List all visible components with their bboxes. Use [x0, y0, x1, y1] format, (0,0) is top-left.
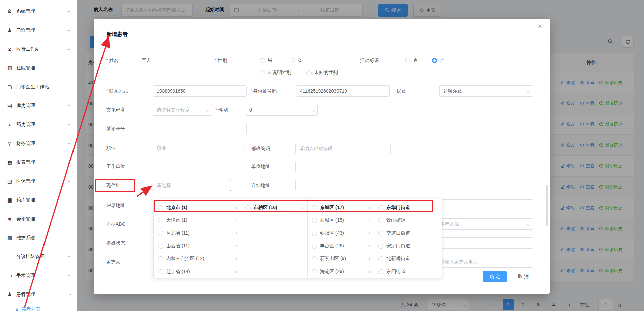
current-address-label: 现住址	[106, 180, 120, 191]
chevron-icon: ›	[67, 181, 72, 182]
radio-female[interactable]: 女	[290, 55, 302, 66]
chevron-right-icon: ›	[236, 243, 237, 249]
cancel-button[interactable]: 取 消	[511, 271, 535, 282]
sidebar-item[interactable]: ♟ 门诊管理 ›	[0, 21, 77, 40]
cascader-street-option[interactable]: 交道口街道	[374, 227, 441, 240]
unit-address-input[interactable]	[295, 161, 533, 172]
cascader-district-option[interactable]: 丰台区 (26) ›	[308, 240, 374, 252]
ethnicity-label: 民族	[397, 85, 406, 97]
radio-icon	[312, 256, 317, 261]
work-unit-input[interactable]	[153, 161, 248, 172]
education-select[interactable]: 请选择文化程度	[153, 104, 212, 116]
chevron-icon: ›	[67, 294, 72, 296]
contact-label: *联系方式	[106, 85, 128, 97]
cascader-street-option[interactable]: 东四街道	[374, 265, 441, 278]
radio-icon	[378, 231, 383, 236]
radio-active-no[interactable]: 否	[405, 55, 418, 66]
card-no-input[interactable]	[153, 123, 247, 134]
guardian-phone-input[interactable]	[436, 256, 533, 268]
marital-extra-input[interactable]	[436, 237, 533, 249]
sidebar-item-label: 会诊管理	[16, 216, 69, 222]
finance-icon: ¥	[6, 141, 13, 147]
close-icon[interactable]: ×	[538, 23, 542, 30]
cascader-district-option[interactable]: 东城区 (17) ›	[308, 201, 374, 214]
form-row: 就诊卡号	[106, 123, 533, 134]
cascader-district-option[interactable]: 西城区 (15) ›	[308, 214, 374, 227]
postcode-input[interactable]	[295, 143, 391, 154]
id-number-input[interactable]	[296, 85, 390, 97]
cascader-province-option[interactable]: 天津市 (1) ›	[154, 214, 241, 227]
gender-code-label: *性别	[215, 104, 228, 116]
cascader-street-option[interactable]: 景山街道	[374, 214, 441, 227]
form-row: 职业 职业 邮政编码	[106, 143, 533, 154]
radio-icon	[378, 205, 383, 210]
modal-scrollbar[interactable]	[546, 185, 548, 226]
name-input[interactable]	[138, 55, 210, 66]
sidebar-item[interactable]: ¥ 财务管理 ›	[0, 134, 77, 153]
cascader-district-option[interactable]: 石景山区 (9) ›	[308, 252, 374, 265]
cascader-street-option[interactable]: 东华门街道	[374, 201, 441, 214]
add-patient-dialog: 新增患者 × *姓名 *性别 男 女 活动标识 否 是 未说明性别 未知的性别 …	[94, 19, 550, 294]
radio-active-yes[interactable]: 是	[432, 55, 444, 66]
cascader-province-option[interactable]: 辽宁省 (14) ›	[154, 265, 241, 278]
card-no-label: 就诊卡号	[106, 123, 125, 134]
radio-icon	[378, 218, 383, 223]
patient-icon: ♟	[6, 291, 13, 298]
cascader-province-option[interactable]: 河北省 (11) ›	[154, 227, 241, 240]
sidebar-item[interactable]: + 药房管理 ›	[0, 115, 77, 134]
sidebar-item[interactable]: ♟ 患者管理 ›	[0, 285, 77, 304]
insurance-mail-icon: ▧	[6, 178, 13, 184]
cascader-district-option[interactable]: 朝阳区 (43) ›	[308, 227, 374, 240]
maintenance-icon: ▩	[6, 235, 13, 241]
sidebar-item[interactable]: ▭ 手术管理 ›	[0, 266, 77, 285]
sidebar-item[interactable]: ¥ 收费工作站 ›	[0, 40, 77, 59]
dialog-title: 新增患者	[106, 31, 128, 38]
contact-input[interactable]	[153, 85, 247, 97]
chevron-icon: ›	[67, 86, 72, 88]
registered-address-extra-input[interactable]	[436, 199, 533, 211]
sidebar-item[interactable]: ▧ 医保管理 ›	[0, 172, 77, 191]
chevron-icon: ›	[67, 256, 72, 258]
chevron-icon: ›	[67, 237, 72, 239]
sidebar-item[interactable]: ≡ 分诊排队管理 ›	[0, 247, 77, 266]
cascader-district-option[interactable]: 海淀区 (29) ›	[308, 265, 374, 278]
detail-address-input[interactable]	[295, 180, 533, 191]
radio-gender-unknown[interactable]: 未知的性别	[306, 67, 338, 79]
sidebar-item-label: 库房管理	[16, 103, 69, 109]
region-cascader-panel: 北京市 (1) › 天津市 (1) › 河北省 (11) › 山西省 (11) …	[153, 199, 442, 278]
sidebar-item[interactable]: ▢ 门诊医生工作站 ›	[0, 77, 77, 96]
patient-source-select[interactable]: 患者来源	[436, 218, 533, 230]
radio-male[interactable]: 男	[260, 55, 272, 66]
cascader-street-option[interactable]: 北新桥街道	[374, 252, 441, 265]
form-row: 未说明性别 未知的性别	[106, 67, 533, 79]
chevron-right-icon: ›	[236, 269, 237, 274]
sidebar-item[interactable]: ▦ 报表管理 ›	[0, 153, 77, 172]
cascader-province-option[interactable]: 内蒙古自治区 (12) ›	[154, 252, 241, 265]
confirm-button[interactable]: 确 定	[483, 271, 507, 282]
radio-icon	[378, 256, 383, 261]
cascader-street-option[interactable]: 安定门街道	[374, 240, 441, 252]
chevron-down-icon	[312, 108, 315, 112]
ethnicity-select[interactable]: 达斡尔族	[439, 85, 533, 97]
sidebar-item[interactable]: ⚙ 系统管理 ›	[0, 2, 77, 21]
cascader-city-option[interactable]: 市辖区 (16) ›	[241, 201, 307, 214]
radio-gender-unstated[interactable]: 未说明性别	[260, 67, 291, 79]
sidebar-item-label: 手术管理	[16, 273, 69, 279]
chevron-icon: ›	[67, 49, 72, 50]
sidebar-item[interactable]: ▤ 库房管理 ›	[0, 96, 77, 115]
cascader-province-option[interactable]: 山西省 (11) ›	[154, 240, 241, 252]
sidebar-item-patient-list[interactable]: ♟ 患者列表	[0, 304, 77, 311]
sidebar-item[interactable]: ▥ 住院管理 ›	[0, 59, 77, 77]
cascader-province-option[interactable]: 北京市 (1) ›	[154, 201, 241, 214]
unit-address-label: 单位地址	[251, 161, 270, 172]
sidebar-item[interactable]: ▩ 维护系统 ›	[0, 228, 77, 247]
chevron-icon: ›	[67, 199, 72, 201]
chevron-up-icon	[225, 185, 228, 188]
sidebar-item[interactable]: ≡ 会诊管理 ›	[0, 210, 77, 228]
radio-icon	[312, 231, 317, 236]
occupation-select[interactable]: 职业	[153, 143, 248, 154]
gender-code-select[interactable]: 0	[245, 104, 318, 116]
inpatient-chart-icon: ▥	[6, 65, 13, 71]
sidebar-item[interactable]: ▣ 药库管理 ›	[0, 191, 77, 210]
current-address-cascader[interactable]: 请选择	[153, 180, 231, 191]
